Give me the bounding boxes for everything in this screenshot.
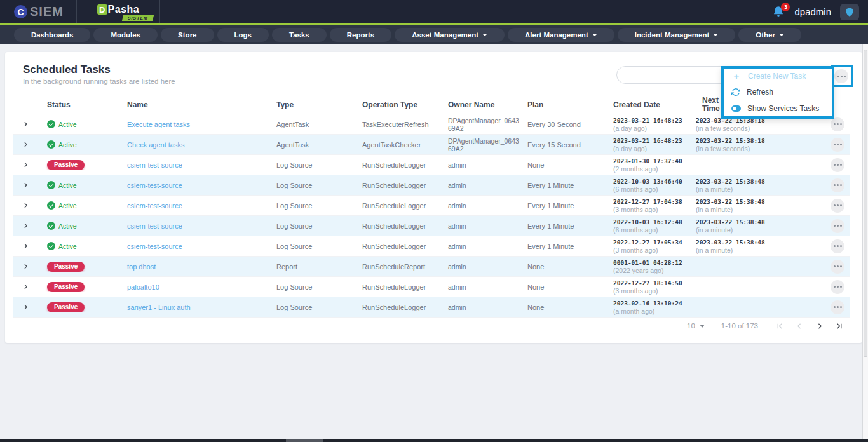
nav-item[interactable]: Other bbox=[738, 28, 801, 42]
status-badge: Passive Passive bbox=[41, 160, 121, 170]
task-name-link[interactable]: Execute agent tasks bbox=[127, 121, 190, 128]
profile-shield-button[interactable] bbox=[840, 4, 859, 20]
plan: Every 1 Minute bbox=[521, 182, 607, 189]
row-actions-button[interactable] bbox=[831, 300, 844, 314]
created-date-absolute: 2022-10-03 13:46:40 bbox=[613, 178, 689, 185]
nav-item-label: Store bbox=[178, 31, 196, 39]
expand-row-button[interactable] bbox=[13, 262, 41, 271]
menu-item-label: Show Services Tasks bbox=[747, 104, 819, 113]
expand-row-button[interactable] bbox=[13, 161, 41, 169]
nav-item-label: Alert Management bbox=[525, 31, 588, 39]
task-name-link[interactable]: csiem-test-source bbox=[127, 243, 182, 250]
next-plan-time: 2023-03-22 15:38:48 (in a minute) bbox=[689, 178, 807, 193]
nav-item[interactable]: Store bbox=[161, 28, 214, 42]
col-status: Status bbox=[41, 100, 121, 109]
task-name-link[interactable]: csiem-test-source bbox=[127, 161, 182, 169]
menu-item-label: Create New Task bbox=[748, 72, 806, 81]
row-actions-button[interactable] bbox=[831, 239, 844, 253]
created-date-relative: (2022 years ago) bbox=[613, 267, 689, 274]
created-date: 0001-01-01 04:28:12 (2022 years ago) bbox=[607, 259, 689, 274]
menu-item-show-services-tasks[interactable]: Show Services Tasks bbox=[724, 100, 832, 116]
created-date-absolute: 2023-02-16 13:10:24 bbox=[613, 300, 689, 307]
check-circle-icon bbox=[47, 201, 55, 210]
nav-item[interactable]: Tasks bbox=[272, 28, 327, 42]
task-name-link[interactable]: paloalto10 bbox=[127, 283, 159, 291]
chevron-right-icon bbox=[22, 140, 30, 149]
task-name-link[interactable]: csiem-test-source bbox=[127, 182, 182, 189]
created-date: 2023-01-30 17:37:40 (2 months ago) bbox=[607, 157, 689, 173]
task-type: Log Source bbox=[270, 283, 356, 291]
nav-item[interactable]: Incident Management bbox=[618, 28, 736, 42]
row-actions-button[interactable] bbox=[831, 280, 844, 294]
menu-item-create-new-task[interactable]: + Create New Task bbox=[724, 69, 832, 84]
row-actions-button[interactable] bbox=[831, 260, 844, 274]
col-owner-name: Owner Name bbox=[442, 100, 521, 109]
owner-name: admin bbox=[442, 283, 521, 291]
created-date-absolute: 2022-10-03 16:12:48 bbox=[613, 218, 689, 226]
nav-item-label: Reports bbox=[347, 31, 374, 39]
notifications-button[interactable]: 3 bbox=[771, 5, 785, 19]
chevron-left-icon bbox=[796, 322, 804, 330]
row-actions-button[interactable] bbox=[831, 158, 844, 172]
created-date: 2022-10-03 16:12:48 (6 months ago) bbox=[607, 218, 689, 234]
task-name-link[interactable]: top dhost bbox=[127, 263, 156, 271]
task-name-link[interactable]: Check agent tasks bbox=[127, 141, 185, 149]
operation-type: RunScheduleReport bbox=[356, 263, 442, 271]
row-actions-button[interactable] bbox=[831, 138, 844, 152]
expand-row-button[interactable] bbox=[13, 283, 41, 291]
notification-count-badge: 3 bbox=[781, 3, 790, 11]
expand-row-button[interactable] bbox=[13, 201, 41, 210]
col-type: Type bbox=[270, 100, 356, 109]
status-label: Active bbox=[58, 202, 77, 210]
previous-page-button[interactable] bbox=[794, 321, 805, 332]
expand-row-button[interactable] bbox=[13, 120, 41, 128]
table-row: Passive Passive csiem-test-source Log So… bbox=[13, 155, 850, 175]
check-circle-icon bbox=[47, 140, 55, 149]
top-bar: C SIEM D Pasha SISTEM 3 dpadmin bbox=[0, 0, 868, 23]
nav-item[interactable]: Asset Management bbox=[395, 28, 505, 42]
row-actions-button[interactable] bbox=[831, 219, 844, 233]
row-actions-button[interactable] bbox=[831, 178, 844, 192]
last-page-button[interactable] bbox=[834, 321, 844, 332]
nav-item[interactable]: Dashboards bbox=[14, 28, 90, 42]
text-cursor bbox=[627, 70, 627, 79]
task-type: Log Source bbox=[270, 182, 356, 189]
horizontal-scrollbar-thumb[interactable] bbox=[286, 439, 323, 442]
nav-item[interactable]: Alert Management bbox=[508, 28, 614, 42]
vertical-scrollbar-thumb[interactable] bbox=[864, 50, 867, 357]
created-date-relative: (3 months ago) bbox=[613, 287, 689, 295]
created-date-absolute: 0001-01-01 04:28:12 bbox=[613, 259, 689, 267]
expand-row-button[interactable] bbox=[13, 303, 41, 311]
task-name-link[interactable]: csiem-test-source bbox=[127, 222, 182, 230]
expand-row-button[interactable] bbox=[13, 242, 41, 250]
col-name: Name bbox=[121, 100, 270, 109]
next-plan-absolute: 2023-03-22 15:38:48 bbox=[696, 239, 807, 246]
task-name-link[interactable]: sariyer1 - Linux auth bbox=[127, 304, 191, 311]
owner-name: admin bbox=[442, 161, 521, 169]
task-name-link[interactable]: csiem-test-source bbox=[127, 202, 182, 210]
chevron-right-icon bbox=[22, 181, 30, 189]
chevron-down-icon bbox=[713, 34, 718, 36]
page-size-select[interactable]: 10 bbox=[687, 322, 705, 330]
expand-row-button[interactable] bbox=[13, 222, 41, 230]
table-actions-button[interactable] bbox=[834, 69, 848, 83]
horizontal-scrollbar[interactable] bbox=[0, 439, 868, 442]
nav-item[interactable]: Modules bbox=[93, 28, 158, 42]
nav-item-label: Logs bbox=[234, 31, 252, 39]
expand-row-button[interactable] bbox=[13, 181, 41, 189]
row-actions-button[interactable] bbox=[831, 199, 844, 213]
nav-item-label: Incident Management bbox=[635, 31, 710, 39]
row-actions-button[interactable] bbox=[831, 117, 844, 131]
first-page-button[interactable] bbox=[775, 321, 785, 332]
next-page-button[interactable] bbox=[814, 321, 825, 332]
refresh-icon bbox=[731, 88, 740, 97]
table-row: Active Active csiem-test-source Log Sour… bbox=[13, 236, 850, 257]
expand-row-button[interactable] bbox=[13, 140, 41, 149]
nav-item[interactable]: Logs bbox=[217, 28, 269, 42]
menu-item-refresh[interactable]: Refresh bbox=[724, 84, 832, 100]
next-plan-time: 2023-03-22 15:38:48 (in a minute) bbox=[689, 198, 807, 213]
table-row: Active Active csiem-test-source Log Sour… bbox=[13, 196, 850, 216]
nav-item[interactable]: Reports bbox=[330, 28, 391, 42]
shield-icon bbox=[844, 7, 855, 17]
vertical-scrollbar[interactable] bbox=[862, 44, 868, 439]
